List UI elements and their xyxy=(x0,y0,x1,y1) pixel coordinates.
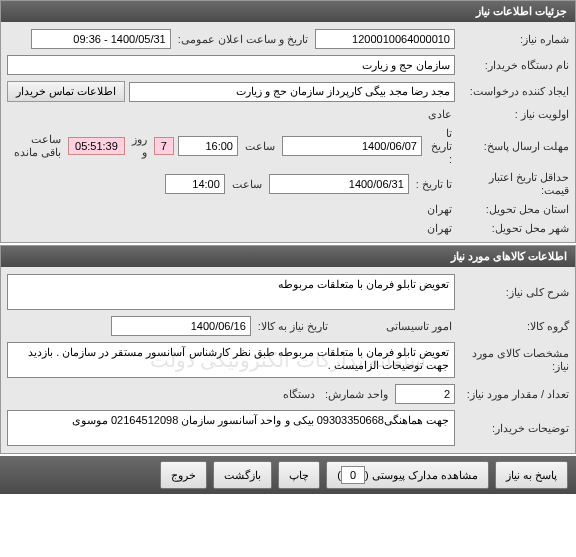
price-validity-label: حداقل تاریخ اعتبار قیمت: xyxy=(459,171,569,197)
to-date-label: تا تاریخ : xyxy=(426,127,455,165)
need-number-label: شماره نیاز: xyxy=(459,33,569,46)
print-button[interactable]: چاپ xyxy=(278,461,320,489)
buyer-note-label: توضیحات خریدار: xyxy=(459,422,569,435)
priority-value: عادی xyxy=(425,108,455,121)
need-details-panel: جزئیات اطلاعات نیاز شماره نیاز: تاریخ و … xyxy=(0,0,576,243)
general-desc-label: شرح کلی نیاز: xyxy=(459,286,569,299)
row-buyer-org: نام دستگاه خریدار: xyxy=(7,52,569,78)
announce-datetime-label: تاریخ و ساعت اعلان عمومی: xyxy=(175,33,311,46)
deadline-date-field[interactable] xyxy=(282,136,422,156)
footer-bar: پاسخ به نیاز مشاهده مدارک پیوستی (0) چاپ… xyxy=(0,456,576,494)
row-need-number: شماره نیاز: تاریخ و ساعت اعلان عمومی: xyxy=(7,26,569,52)
price-validity-time-field[interactable] xyxy=(165,174,225,194)
panel-title: جزئیات اطلاعات نیاز xyxy=(476,5,567,17)
unit-label: واحد شمارش: xyxy=(322,388,391,401)
delivery-city-label: شهر محل تحویل: xyxy=(459,222,569,235)
deadline-label: مهلت ارسال پاسخ: xyxy=(459,140,569,153)
delivery-province-label: استان محل تحویل: xyxy=(459,203,569,216)
group-value: امور تاسیساتی xyxy=(335,320,455,333)
spec-field[interactable] xyxy=(7,342,455,378)
general-desc-field[interactable] xyxy=(7,274,455,310)
time-label-2: ساعت xyxy=(229,178,265,191)
row-buyer-note: توضیحات خریدار: xyxy=(7,407,569,449)
row-qty: تعداد / مقدار مورد نیاز: واحد شمارش: دست… xyxy=(7,381,569,407)
need-date-field[interactable] xyxy=(111,316,251,336)
to-date-label-2: تا تاریخ : xyxy=(413,178,455,191)
days-and-label: روز و xyxy=(129,133,150,159)
row-delivery-province: استان محل تحویل: تهران xyxy=(7,200,569,219)
need-details-body: شماره نیاز: تاریخ و ساعت اعلان عمومی: نا… xyxy=(1,22,575,242)
goods-body: شرح کلی نیاز: گروه کالا: امور تاسیساتی ت… xyxy=(1,267,575,453)
group-label: گروه کالا: xyxy=(459,320,569,333)
deadline-time-field[interactable] xyxy=(178,136,238,156)
reply-button[interactable]: پاسخ به نیاز xyxy=(495,461,568,489)
buyer-note-field[interactable] xyxy=(7,410,455,446)
back-button[interactable]: بازگشت xyxy=(213,461,272,489)
goods-header: اطلاعات کالاهای مورد نیاز xyxy=(1,246,575,267)
row-price-validity: حداقل تاریخ اعتبار قیمت: تا تاریخ : ساعت xyxy=(7,168,569,200)
row-general-desc: شرح کلی نیاز: xyxy=(7,271,569,313)
remain-days-box: 7 xyxy=(154,137,174,155)
row-requester: ایجاد کننده درخواست: اطلاعات تماس خریدار xyxy=(7,78,569,105)
row-group: گروه کالا: امور تاسیساتی تاریخ نیاز به ک… xyxy=(7,313,569,339)
row-deadline: مهلت ارسال پاسخ: تا تاریخ : ساعت 7 روز و… xyxy=(7,124,569,168)
requester-label: ایجاد کننده درخواست: xyxy=(459,85,569,98)
announce-datetime-field[interactable] xyxy=(31,29,171,49)
qty-label: تعداد / مقدار مورد نیاز: xyxy=(459,388,569,401)
row-priority: اولویت نیاز : عادی xyxy=(7,105,569,124)
buyer-org-label: نام دستگاه خریدار: xyxy=(459,59,569,72)
goods-panel: اطلاعات کالاهای مورد نیاز شرح کلی نیاز: … xyxy=(0,245,576,454)
attach-count: 0 xyxy=(341,466,365,484)
qty-field[interactable] xyxy=(395,384,455,404)
row-delivery-city: شهر محل تحویل: تهران xyxy=(7,219,569,238)
time-label-1: ساعت xyxy=(242,140,278,153)
need-number-field[interactable] xyxy=(315,29,455,49)
price-validity-date-field[interactable] xyxy=(269,174,409,194)
priority-label: اولویت نیاز : xyxy=(459,108,569,121)
unit-value: دستگاه xyxy=(280,388,318,401)
remain-suffix-label: ساعت باقی مانده xyxy=(7,133,64,159)
need-details-header: جزئیات اطلاعات نیاز xyxy=(1,1,575,22)
exit-button[interactable]: خروج xyxy=(160,461,207,489)
requester-field[interactable] xyxy=(129,82,455,102)
spec-label: مشخصات کالای مورد نیاز: xyxy=(459,347,569,373)
contact-buyer-button[interactable]: اطلاعات تماس خریدار xyxy=(7,81,125,102)
row-spec: مشخصات کالای مورد نیاز: سامانه تدارکات ا… xyxy=(7,339,569,381)
delivery-city-value: تهران xyxy=(424,222,455,235)
delivery-province-value: تهران xyxy=(424,203,455,216)
remain-time-box: 05:51:39 xyxy=(68,137,125,155)
need-date-label: تاریخ نیاز به کالا: xyxy=(255,320,331,333)
goods-title: اطلاعات کالاهای مورد نیاز xyxy=(451,250,567,262)
view-attach-label: مشاهده مدارک پیوستی xyxy=(372,469,478,481)
view-attachments-button[interactable]: مشاهده مدارک پیوستی (0) xyxy=(326,461,489,489)
buyer-org-field[interactable] xyxy=(7,55,455,75)
